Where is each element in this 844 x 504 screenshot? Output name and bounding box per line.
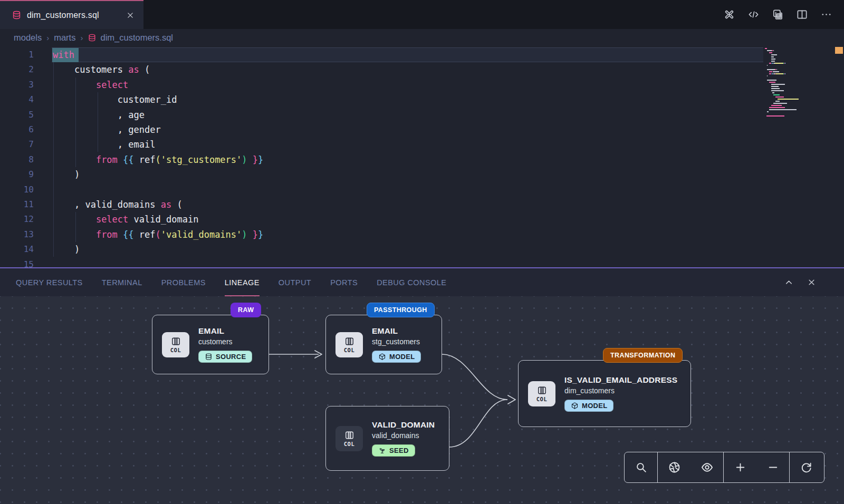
code-token: , age — [53, 110, 145, 120]
line-number: 14 — [0, 242, 34, 257]
node-type-label: SEED — [389, 447, 409, 454]
line-number: 8 — [0, 152, 34, 167]
zoom-in-icon[interactable] — [724, 453, 756, 482]
code-token: from — [96, 154, 118, 165]
refresh-icon[interactable] — [790, 453, 822, 482]
column-chip-label: COL — [344, 441, 354, 447]
line-number: 4 — [0, 92, 34, 107]
extension-icon[interactable] — [723, 8, 735, 21]
node-column-name: EMAIL — [372, 326, 398, 336]
cube-icon — [378, 353, 386, 361]
code-token — [53, 214, 96, 225]
zoom-out-icon — [766, 461, 780, 474]
panel-tab-output[interactable]: OUTPUT — [279, 268, 311, 296]
panel-tab-terminal[interactable]: TERMINAL — [102, 268, 142, 296]
line-number: 2 — [0, 62, 34, 77]
split-editor-icon[interactable] — [796, 8, 808, 21]
close-panel-icon[interactable] — [807, 277, 817, 287]
code-token: customer_id — [53, 94, 177, 105]
column-chip-label: COL — [536, 396, 547, 402]
editor-actions — [723, 0, 832, 29]
node-type-pill-seed[interactable]: SEED — [372, 444, 415, 457]
code-token — [118, 154, 123, 165]
code-line-15 — [53, 257, 263, 267]
node-column-name: EMAIL — [198, 326, 224, 336]
toolbar-group — [723, 452, 789, 482]
line-number: 15 — [0, 257, 34, 267]
node-column-name: VALID_DOMAIN — [372, 420, 435, 430]
code-token: select — [96, 214, 128, 225]
columns-icon — [344, 336, 354, 346]
code-line-7: , email — [53, 137, 263, 152]
search-icon[interactable] — [625, 453, 657, 482]
code-token — [53, 80, 96, 90]
cube-icon — [571, 402, 579, 410]
code-token: select — [96, 80, 128, 90]
code-token: ref — [134, 154, 156, 165]
code-token: } — [253, 154, 258, 165]
code-line-8: from {{ ref('stg_customers') }} — [53, 152, 263, 167]
column-chip[interactable]: COL — [528, 381, 555, 406]
code-token: ref — [134, 229, 156, 240]
breadcrumb-item-models[interactable]: models — [14, 33, 42, 43]
lineage-node-customers[interactable]: COLEMAILcustomersSOURCE — [152, 315, 269, 374]
minimap[interactable] — [763, 47, 829, 266]
eye-icon[interactable] — [690, 453, 723, 482]
tab-title: dim_customers.sql — [27, 11, 120, 20]
sprout-icon — [378, 447, 386, 454]
zoom-in-icon — [734, 461, 747, 474]
panel-tab-problems[interactable]: PROBLEMS — [161, 268, 206, 296]
breadcrumb-item-file[interactable]: dim_customers.sql — [88, 33, 173, 43]
node-type-pill-source[interactable]: SOURCE — [198, 351, 252, 363]
code-content[interactable]: with customers as ( select customer_id ,… — [53, 47, 263, 267]
code-token: ) — [53, 169, 80, 180]
copy-table-icon[interactable] — [772, 8, 784, 21]
code-token: with — [53, 50, 74, 60]
line-number: 5 — [0, 108, 34, 122]
line-number: 11 — [0, 197, 34, 212]
aperture-icon — [668, 461, 681, 474]
zoom-out-icon[interactable] — [756, 453, 789, 482]
lineage-canvas[interactable]: COLEMAILcustomersSOURCERAWCOLEMAILstg_cu… — [0, 296, 844, 504]
code-token: ( — [156, 154, 161, 165]
node-model-name: customers — [198, 337, 233, 346]
panel-tab-query-results[interactable]: QUERY RESULTS — [16, 268, 83, 296]
code-token — [118, 229, 123, 240]
code-token: } — [258, 229, 263, 240]
code-token: ) — [53, 244, 80, 255]
node-type-pill-model[interactable]: MODEL — [564, 400, 613, 412]
code-token: 'valid_domains' — [161, 229, 242, 240]
panel-tab-ports[interactable]: PORTS — [330, 268, 358, 296]
code-token: , gender — [53, 124, 161, 135]
panel-actions — [784, 268, 817, 296]
column-chip[interactable]: COL — [162, 332, 189, 357]
code-token: {{ — [123, 154, 133, 165]
code-icon[interactable] — [747, 8, 760, 21]
lineage-node-dim_customers[interactable]: COLIS_VALID_EMAIL_ADDRESSdim_customersMO… — [518, 360, 691, 427]
scrollbar-marker[interactable] — [835, 47, 843, 54]
code-token: , valid_domains — [53, 199, 161, 210]
code-line-12: select valid_domain — [53, 212, 263, 227]
lineage-node-valid_domains[interactable]: COLVALID_DOMAINvalid_domainsSEED — [325, 406, 449, 471]
panel-tab-debug-console[interactable]: DEBUG CONSOLE — [377, 268, 446, 296]
panel-tab-lineage[interactable]: LINEAGE — [225, 268, 260, 296]
breadcrumb-item-marts[interactable]: marts — [54, 33, 75, 43]
aperture-icon[interactable] — [658, 453, 690, 482]
bottom-panel-header: QUERY RESULTSTERMINALPROBLEMSLINEAGEOUTP… — [0, 267, 844, 296]
node-type-pill-model[interactable]: MODEL — [372, 351, 421, 363]
column-chip[interactable]: COL — [335, 426, 363, 451]
node-type-label: MODEL — [582, 402, 607, 410]
lineage-node-stg_customers[interactable]: COLEMAILstg_customersMODEL — [325, 315, 442, 374]
columns-icon — [537, 385, 547, 395]
close-icon[interactable] — [126, 11, 135, 20]
editor-tab-dim-customers[interactable]: dim_customers.sql — [0, 0, 143, 29]
maximize-panel-chevron-up-icon[interactable] — [784, 277, 794, 287]
more-actions-icon[interactable] — [820, 8, 832, 21]
code-token: as — [161, 199, 171, 210]
code-editor[interactable]: 123456789101112131415 with customers as … — [0, 46, 844, 267]
code-token: ) — [242, 229, 247, 240]
breadcrumb: models›marts›dim_customers.sql — [0, 29, 844, 46]
code-token: } — [253, 229, 258, 240]
code-line-4: customer_id — [53, 92, 263, 107]
column-chip[interactable]: COL — [335, 332, 363, 357]
